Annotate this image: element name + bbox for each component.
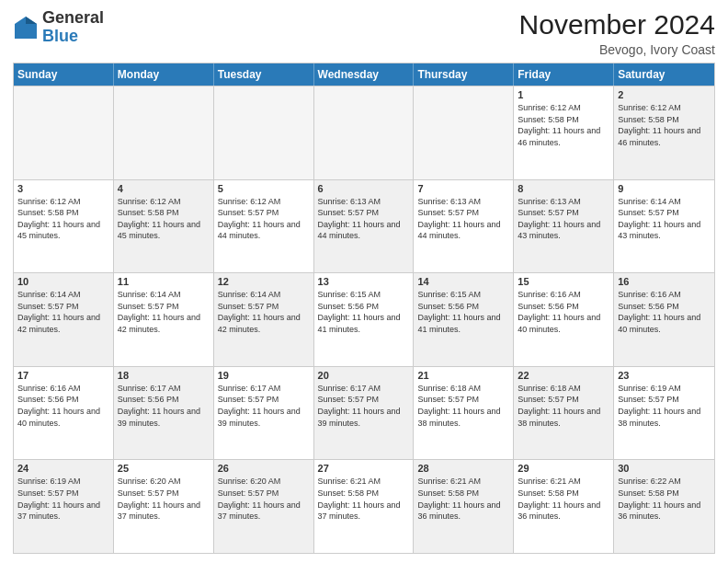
day-number: 3	[17, 183, 109, 194]
logo-blue: Blue	[42, 27, 78, 45]
day-number: 5	[218, 183, 310, 194]
month-title: November 2024	[519, 9, 715, 40]
cell-info: Sunrise: 6:12 AM Sunset: 5:58 PM Dayligh…	[118, 196, 210, 242]
day-number: 17	[17, 370, 109, 381]
day-number: 29	[518, 463, 609, 474]
calendar-cell	[14, 86, 114, 179]
day-number: 16	[618, 276, 711, 287]
calendar-cell	[114, 86, 214, 179]
day-number: 26	[218, 463, 310, 474]
cell-info: Sunrise: 6:13 AM Sunset: 5:57 PM Dayligh…	[417, 196, 509, 242]
calendar-cell: 6Sunrise: 6:13 AM Sunset: 5:57 PM Daylig…	[314, 180, 415, 273]
calendar-cell: 19Sunrise: 6:17 AM Sunset: 5:57 PM Dayli…	[214, 367, 314, 460]
day-number: 24	[17, 463, 109, 474]
cell-info: Sunrise: 6:13 AM Sunset: 5:57 PM Dayligh…	[318, 196, 410, 242]
day-number: 9	[618, 183, 711, 194]
svg-marker-1	[26, 17, 37, 24]
day-number: 11	[118, 276, 210, 287]
calendar-cell: 13Sunrise: 6:15 AM Sunset: 5:56 PM Dayli…	[314, 273, 415, 366]
cell-info: Sunrise: 6:12 AM Sunset: 5:57 PM Dayligh…	[218, 196, 310, 242]
location: Bevogo, Ivory Coast	[519, 42, 715, 57]
calendar-row-3: 10Sunrise: 6:14 AM Sunset: 5:57 PM Dayli…	[14, 272, 714, 366]
cell-info: Sunrise: 6:20 AM Sunset: 5:57 PM Dayligh…	[218, 476, 310, 522]
header-monday: Monday	[114, 63, 214, 86]
day-number: 28	[417, 463, 509, 474]
calendar-row-2: 3Sunrise: 6:12 AM Sunset: 5:58 PM Daylig…	[14, 179, 714, 273]
calendar-cell: 18Sunrise: 6:17 AM Sunset: 5:56 PM Dayli…	[114, 367, 214, 460]
cell-info: Sunrise: 6:16 AM Sunset: 5:56 PM Dayligh…	[618, 289, 711, 335]
calendar-cell: 23Sunrise: 6:19 AM Sunset: 5:57 PM Dayli…	[614, 367, 714, 460]
day-number: 6	[318, 183, 410, 194]
cell-info: Sunrise: 6:12 AM Sunset: 5:58 PM Dayligh…	[618, 102, 711, 148]
day-number: 20	[318, 370, 410, 381]
cell-info: Sunrise: 6:21 AM Sunset: 5:58 PM Dayligh…	[318, 476, 410, 522]
calendar-cell: 22Sunrise: 6:18 AM Sunset: 5:57 PM Dayli…	[514, 367, 614, 460]
cell-info: Sunrise: 6:17 AM Sunset: 5:57 PM Dayligh…	[218, 383, 310, 429]
cell-info: Sunrise: 6:14 AM Sunset: 5:57 PM Dayligh…	[218, 289, 310, 335]
calendar-cell: 5Sunrise: 6:12 AM Sunset: 5:57 PM Daylig…	[214, 180, 314, 273]
day-number: 22	[518, 370, 609, 381]
cell-info: Sunrise: 6:13 AM Sunset: 5:57 PM Dayligh…	[518, 196, 609, 242]
calendar-cell	[314, 86, 415, 179]
cell-info: Sunrise: 6:20 AM Sunset: 5:57 PM Dayligh…	[118, 476, 210, 522]
day-number: 25	[118, 463, 210, 474]
day-number: 7	[417, 183, 509, 194]
day-number: 27	[318, 463, 410, 474]
cell-info: Sunrise: 6:14 AM Sunset: 5:57 PM Dayligh…	[118, 289, 210, 335]
calendar-cell: 14Sunrise: 6:15 AM Sunset: 5:56 PM Dayli…	[414, 273, 514, 366]
calendar-cell: 16Sunrise: 6:16 AM Sunset: 5:56 PM Dayli…	[614, 273, 714, 366]
calendar-cell: 11Sunrise: 6:14 AM Sunset: 5:57 PM Dayli…	[114, 273, 214, 366]
calendar-body: 1Sunrise: 6:12 AM Sunset: 5:58 PM Daylig…	[14, 86, 714, 553]
cell-info: Sunrise: 6:19 AM Sunset: 5:57 PM Dayligh…	[17, 476, 109, 522]
calendar-cell: 8Sunrise: 6:13 AM Sunset: 5:57 PM Daylig…	[514, 180, 614, 273]
cell-info: Sunrise: 6:15 AM Sunset: 5:56 PM Dayligh…	[417, 289, 509, 335]
calendar-cell: 3Sunrise: 6:12 AM Sunset: 5:58 PM Daylig…	[14, 180, 114, 273]
cell-info: Sunrise: 6:18 AM Sunset: 5:57 PM Dayligh…	[518, 383, 609, 429]
day-number: 14	[417, 276, 509, 287]
day-number: 10	[17, 276, 109, 287]
cell-info: Sunrise: 6:17 AM Sunset: 5:56 PM Dayligh…	[118, 383, 210, 429]
cell-info: Sunrise: 6:21 AM Sunset: 5:58 PM Dayligh…	[518, 476, 609, 522]
calendar-cell: 25Sunrise: 6:20 AM Sunset: 5:57 PM Dayli…	[114, 460, 214, 553]
page: General Blue November 2024 Bevogo, Ivory…	[0, 0, 728, 563]
cell-info: Sunrise: 6:14 AM Sunset: 5:57 PM Dayligh…	[17, 289, 109, 335]
calendar-cell: 24Sunrise: 6:19 AM Sunset: 5:57 PM Dayli…	[14, 460, 114, 553]
calendar-cell: 4Sunrise: 6:12 AM Sunset: 5:58 PM Daylig…	[114, 180, 214, 273]
day-number: 18	[118, 370, 210, 381]
header-saturday: Saturday	[614, 63, 714, 86]
day-number: 19	[218, 370, 310, 381]
calendar-cell: 26Sunrise: 6:20 AM Sunset: 5:57 PM Dayli…	[214, 460, 314, 553]
day-number: 30	[618, 463, 711, 474]
title-area: November 2024 Bevogo, Ivory Coast	[519, 9, 715, 57]
cell-info: Sunrise: 6:17 AM Sunset: 5:57 PM Dayligh…	[318, 383, 410, 429]
day-number: 13	[318, 276, 410, 287]
day-number: 4	[118, 183, 210, 194]
calendar-row-1: 1Sunrise: 6:12 AM Sunset: 5:58 PM Daylig…	[14, 86, 714, 179]
calendar-cell: 2Sunrise: 6:12 AM Sunset: 5:58 PM Daylig…	[614, 86, 714, 179]
cell-info: Sunrise: 6:22 AM Sunset: 5:58 PM Dayligh…	[618, 476, 711, 522]
day-number: 15	[518, 276, 609, 287]
calendar-cell: 21Sunrise: 6:18 AM Sunset: 5:57 PM Dayli…	[414, 367, 514, 460]
cell-info: Sunrise: 6:16 AM Sunset: 5:56 PM Dayligh…	[518, 289, 609, 335]
calendar-cell: 20Sunrise: 6:17 AM Sunset: 5:57 PM Dayli…	[314, 367, 415, 460]
day-number: 2	[618, 89, 711, 100]
calendar-header: Sunday Monday Tuesday Wednesday Thursday…	[14, 63, 714, 86]
calendar-cell	[214, 86, 314, 179]
header-friday: Friday	[514, 63, 614, 86]
calendar-cell: 27Sunrise: 6:21 AM Sunset: 5:58 PM Dayli…	[314, 460, 415, 553]
calendar-cell: 15Sunrise: 6:16 AM Sunset: 5:56 PM Dayli…	[514, 273, 614, 366]
calendar-cell	[414, 86, 514, 179]
calendar-cell: 10Sunrise: 6:14 AM Sunset: 5:57 PM Dayli…	[14, 273, 114, 366]
day-number: 23	[618, 370, 711, 381]
cell-info: Sunrise: 6:15 AM Sunset: 5:56 PM Dayligh…	[318, 289, 410, 335]
header-wednesday: Wednesday	[314, 63, 415, 86]
day-number: 21	[417, 370, 509, 381]
calendar-row-4: 17Sunrise: 6:16 AM Sunset: 5:56 PM Dayli…	[14, 366, 714, 460]
calendar-cell: 17Sunrise: 6:16 AM Sunset: 5:56 PM Dayli…	[14, 367, 114, 460]
cell-info: Sunrise: 6:21 AM Sunset: 5:58 PM Dayligh…	[417, 476, 509, 522]
header: General Blue November 2024 Bevogo, Ivory…	[13, 9, 715, 57]
logo-icon	[13, 15, 39, 40]
cell-info: Sunrise: 6:18 AM Sunset: 5:57 PM Dayligh…	[417, 383, 509, 429]
header-thursday: Thursday	[414, 63, 514, 86]
day-number: 8	[518, 183, 609, 194]
